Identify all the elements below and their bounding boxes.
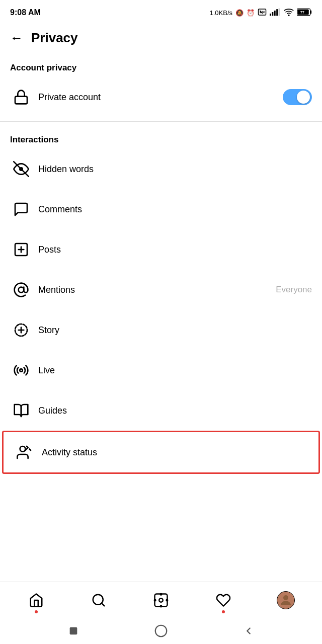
nfc-icon [258, 8, 267, 18]
comments-icon [10, 198, 32, 220]
guides-item[interactable]: Guides [0, 390, 322, 431]
svg-rect-1 [270, 13, 271, 15]
lock-icon [10, 86, 32, 108]
status-time: 9:08 AM [10, 8, 41, 17]
story-icon [10, 319, 32, 341]
svg-text:77: 77 [300, 10, 304, 15]
svg-line-23 [102, 603, 104, 605]
svg-point-26 [160, 593, 162, 595]
svg-rect-24 [155, 594, 168, 606]
svg-rect-11 [15, 97, 27, 104]
network-speed: 1.0KB/s [209, 9, 232, 17]
svg-point-16 [19, 287, 24, 293]
activity-dot [222, 610, 225, 613]
nav-reels[interactable] [146, 585, 176, 615]
wifi-icon [284, 8, 294, 18]
activity-status-icon [14, 441, 36, 463]
nav-profile[interactable] [271, 585, 301, 615]
svg-point-20 [20, 369, 22, 371]
android-home-btn[interactable] [154, 624, 168, 637]
hidden-words-icon [10, 158, 32, 180]
status-bar: 9:08 AM 1.0KB/s 🔕 ⏰ 77 [0, 0, 322, 25]
back-button[interactable]: ← [10, 30, 23, 46]
account-privacy-section: Account privacy Private account [0, 54, 322, 122]
svg-rect-2 [272, 12, 273, 16]
svg-rect-8 [310, 10, 312, 14]
svg-rect-31 [70, 627, 77, 635]
posts-icon [10, 238, 32, 261]
guides-icon [10, 399, 32, 422]
header: ← Privacy [0, 25, 322, 54]
hidden-words-label: Hidden words [38, 164, 312, 175]
home-dot [35, 610, 38, 613]
mentions-item[interactable]: Mentions Everyone [0, 270, 322, 310]
mentions-icon [10, 279, 32, 301]
activity-status-label: Activity status [42, 447, 308, 458]
account-privacy-label: Account privacy [0, 54, 322, 77]
guides-label: Guides [38, 406, 312, 416]
svg-point-25 [159, 598, 163, 602]
live-icon [10, 359, 32, 381]
interactions-label: Interactions [0, 126, 322, 149]
nav-search[interactable] [84, 585, 114, 615]
svg-point-32 [155, 625, 167, 637]
svg-point-27 [160, 605, 162, 607]
nav-activity[interactable] [208, 585, 238, 615]
signal-icon [270, 8, 281, 18]
comments-item[interactable]: Comments [0, 189, 322, 229]
mute-icon: 🔕 [235, 9, 244, 17]
private-account-label: Private account [38, 92, 283, 103]
svg-rect-3 [274, 11, 276, 16]
activity-status-item[interactable]: Activity status [2, 431, 320, 474]
posts-item[interactable]: Posts [0, 229, 322, 270]
alarm-icon: ⏰ [247, 9, 255, 17]
live-item[interactable]: Live [0, 350, 322, 390]
android-bar [0, 618, 322, 644]
interactions-section: Interactions Hidden words Comments [0, 126, 322, 474]
svg-point-30 [283, 595, 288, 600]
svg-point-29 [167, 599, 168, 601]
android-square-btn[interactable] [68, 625, 79, 636]
mentions-value: Everyone [276, 285, 312, 295]
story-label: Story [38, 325, 312, 336]
live-label: Live [38, 365, 312, 376]
svg-point-28 [154, 599, 156, 601]
comments-label: Comments [38, 204, 312, 215]
divider-1 [0, 121, 322, 122]
battery-icon: 77 [297, 8, 312, 18]
svg-point-6 [288, 14, 289, 16]
posts-label: Posts [38, 245, 312, 255]
nav-home[interactable] [21, 585, 51, 615]
svg-rect-4 [276, 9, 278, 16]
status-right: 1.0KB/s 🔕 ⏰ 77 [209, 8, 312, 18]
toggle-switch[interactable] [283, 89, 312, 105]
hidden-words-item[interactable]: Hidden words [0, 149, 322, 189]
page-title: Privacy [31, 30, 78, 46]
story-item[interactable]: Story [0, 310, 322, 350]
private-account-toggle[interactable] [283, 89, 312, 105]
profile-avatar [277, 591, 295, 609]
private-account-item[interactable]: Private account [0, 77, 322, 117]
bottom-nav [0, 582, 322, 618]
mentions-label: Mentions [38, 285, 276, 295]
android-back-btn[interactable] [243, 625, 254, 636]
svg-rect-5 [279, 8, 280, 16]
